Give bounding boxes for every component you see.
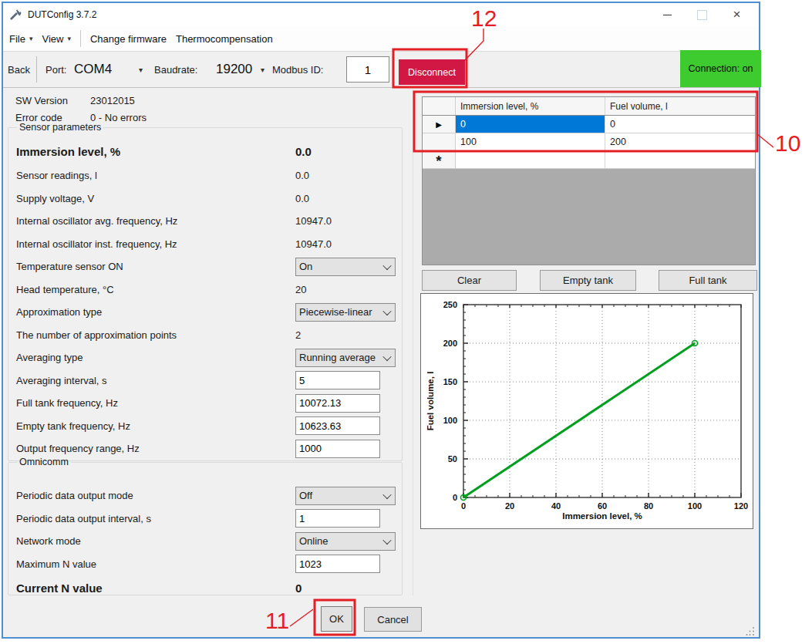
empty-tank-button[interactable]: Empty tank (540, 270, 636, 291)
title-bar: DUTConfig 3.7.2 × (3, 3, 759, 26)
grid-cell-new-0[interactable] (456, 151, 605, 168)
param-value-column: 0 (295, 582, 397, 595)
param-value-column (295, 394, 397, 413)
chevron-down-icon (382, 261, 391, 270)
svg-text:20: 20 (505, 501, 514, 511)
grid-cell-r1c0[interactable]: 100 (456, 133, 605, 150)
baudrate-combobox[interactable]: 19200 (216, 52, 252, 87)
param-value-column: Online (295, 532, 397, 551)
combobox-value: Piecewise-linear (299, 306, 384, 318)
param-row-supply-voltage-v: Supply voltage, V0.0 (16, 187, 397, 211)
port-value: COM4 (74, 62, 112, 77)
param-label: Current N value (16, 582, 295, 595)
combobox-value: On (299, 261, 384, 272)
sensor-parameters-group: Sensor parameters Immersion level, %0.0S… (8, 122, 403, 461)
grid-row-header[interactable] (423, 133, 456, 150)
combobox-value: Running average (299, 352, 384, 363)
menu-thermocompensation[interactable]: Thermocompensation (171, 33, 278, 45)
svg-text:Immersion level, %: Immersion level, % (562, 511, 642, 521)
param-label: Output frequency range, Hz (16, 443, 295, 454)
grid-new-row: * (423, 151, 755, 169)
grid-cell-new-1[interactable] (605, 151, 755, 168)
svg-text:100: 100 (688, 501, 702, 511)
svg-text:150: 150 (443, 377, 457, 386)
param-row-averaging-interval-s: Averaging interval, s (16, 369, 397, 393)
svg-text:120: 120 (734, 501, 748, 511)
grid-header-row: Immersion level, %Fuel volume, l (423, 97, 755, 116)
grid-cell-r1c1[interactable]: 200 (605, 133, 755, 150)
svg-text:0: 0 (461, 501, 466, 511)
param-row-full-tank-frequency-hz: Full tank frequency, Hz (16, 392, 397, 415)
current-row-arrow-icon: ▶ (436, 120, 442, 129)
combobox-value: Off (299, 490, 384, 501)
menu-view-label: View (42, 33, 63, 45)
grid-cell-r0c0[interactable]: 0 (456, 116, 605, 133)
panel-divider (413, 89, 413, 595)
menu-file-label: File (9, 33, 25, 45)
averaging-interval-s-input[interactable] (295, 371, 380, 389)
close-button[interactable]: × (719, 3, 754, 26)
param-value-column: 2 (295, 329, 397, 341)
grid-col-header-fuel-volume-l[interactable]: Fuel volume, l (605, 97, 755, 115)
back-button[interactable]: Back (8, 52, 30, 87)
svg-text:80: 80 (644, 501, 653, 511)
grid-col-header-immersion-level[interactable]: Immersion level, % (456, 97, 605, 115)
svg-text:50: 50 (448, 454, 457, 464)
param-value: 10947.0 (295, 238, 332, 250)
param-row-sensor-readings-l: Sensor readings, l0.0 (16, 164, 397, 187)
maximize-button[interactable] (685, 3, 719, 26)
svg-text:250: 250 (443, 300, 457, 309)
chevron-down-icon[interactable]: ▾ (261, 52, 264, 87)
chevron-down-icon[interactable]: ▾ (139, 52, 143, 87)
maximum-n-value-input[interactable] (295, 555, 380, 573)
grid-corner-cell[interactable] (423, 97, 456, 115)
window-title: DUTConfig 3.7.2 (28, 9, 96, 20)
cancel-button[interactable]: Cancel (364, 607, 422, 632)
param-label: Temperature sensor ON (16, 261, 295, 272)
menu-bar: File ▾ View ▾ Change firmware Thermocomp… (3, 26, 759, 52)
param-value: 0.0 (295, 145, 312, 158)
grid-data-row: 100200 (423, 133, 755, 151)
param-value-column (295, 416, 397, 435)
menu-view[interactable]: View ▾ (37, 33, 75, 45)
periodic-data-output-interval-s-input[interactable] (295, 509, 380, 528)
minimize-button[interactable] (650, 3, 685, 26)
param-label: Periodic data output mode (16, 490, 295, 501)
param-value: 10947.0 (295, 215, 332, 227)
menu-change-firmware[interactable]: Change firmware (86, 33, 171, 45)
grid-cell-r0c1[interactable]: 0 (605, 116, 755, 133)
averaging-type-combobox[interactable]: Running average (295, 349, 396, 367)
ok-button[interactable]: OK (321, 606, 352, 632)
param-value-column: Running average (295, 349, 397, 367)
grid-row-header[interactable]: ▶ (423, 116, 456, 133)
wrench-icon (9, 8, 22, 22)
param-row-averaging-type: Averaging typeRunning average (16, 346, 397, 369)
omnicomm-rows: Periodic data output modeOffPeriodic dat… (16, 467, 397, 601)
network-mode-combobox[interactable]: Online (295, 532, 396, 551)
menu-file[interactable]: File ▾ (5, 33, 37, 45)
param-row-maximum-n-value: Maximum N value (16, 553, 397, 576)
clear-button[interactable]: Clear (422, 270, 517, 291)
full-tank-frequency-hz-input[interactable] (295, 394, 380, 413)
param-label: Sensor readings, l (16, 170, 295, 181)
param-value: 20 (295, 284, 306, 295)
resize-grip[interactable] (746, 625, 756, 635)
disconnect-button[interactable]: Disconnect (399, 59, 465, 85)
chevron-down-icon (382, 491, 391, 499)
full-tank-button[interactable]: Full tank (659, 270, 757, 291)
empty-tank-frequency-hz-input[interactable] (295, 416, 380, 435)
param-value-column: On (295, 258, 397, 276)
output-frequency-range-hz-input[interactable] (295, 440, 380, 458)
new-row-icon: * (436, 153, 441, 170)
grid-row-header[interactable]: * (423, 151, 456, 168)
modbus-id-input[interactable] (346, 56, 389, 83)
svg-text:60: 60 (598, 501, 607, 511)
port-combobox[interactable]: COM4 (74, 52, 112, 87)
svg-text:Fuel volume, l: Fuel volume, l (426, 372, 435, 431)
approximation-type-combobox[interactable]: Piecewise-linear (295, 303, 396, 322)
periodic-data-output-mode-combobox[interactable]: Off (295, 487, 396, 505)
port-label: Port: (45, 52, 66, 87)
temperature-sensor-on-combobox[interactable]: On (295, 258, 396, 276)
param-value-column (295, 509, 397, 528)
sw-version-row: SW Version 23012015 (15, 93, 135, 108)
